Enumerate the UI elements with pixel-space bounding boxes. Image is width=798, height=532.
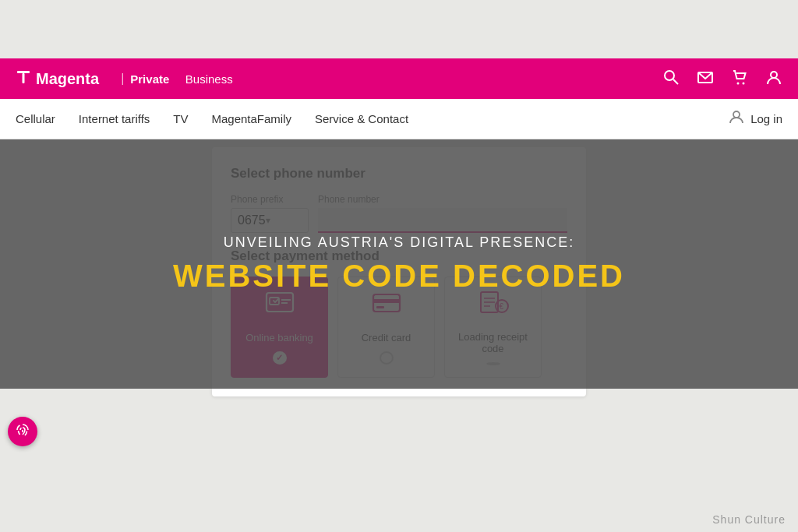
- t-logo-icon: [16, 69, 31, 89]
- nav-divider: |: [121, 72, 124, 86]
- bottom-area: Shun Culture: [0, 474, 798, 532]
- shun-culture-credit: Shun Culture: [712, 513, 786, 526]
- nav-link-service[interactable]: Service & Contact: [315, 112, 408, 125]
- svg-point-7: [771, 72, 777, 78]
- svg-point-8: [733, 111, 740, 118]
- cart-icon[interactable]: [731, 69, 748, 90]
- user-icon[interactable]: [765, 69, 782, 90]
- overlay-title: WEBSITE CODE DECODED: [173, 259, 625, 294]
- overlay-subtitle: UNVEILING AUSTRIA'S DIGITAL PRESENCE:: [224, 234, 575, 251]
- nav-type-divider: [175, 72, 178, 86]
- nav-link-tv[interactable]: TV: [173, 112, 188, 125]
- nav-business[interactable]: Business: [185, 72, 233, 86]
- overlay: UNVEILING AUSTRIA'S DIGITAL PRESENCE: WE…: [0, 139, 798, 389]
- logo-text: Magenta: [36, 70, 99, 88]
- nav-link-family[interactable]: MagentaFamily: [211, 112, 291, 125]
- top-bar: [0, 0, 798, 58]
- login-user-icon: [729, 109, 744, 129]
- svg-point-5: [737, 82, 740, 84]
- nav-link-internet[interactable]: Internet tariffs: [79, 112, 150, 125]
- navbar: Magenta | Private Business: [0, 58, 798, 99]
- login-label: Log in: [750, 112, 782, 125]
- mail-icon[interactable]: [697, 69, 714, 90]
- login-section[interactable]: Log in: [729, 109, 782, 129]
- svg-point-2: [665, 71, 674, 80]
- svg-point-6: [743, 82, 745, 84]
- nav-private[interactable]: Private: [130, 72, 169, 86]
- secondary-nav: Cellular Internet tariffs TV MagentaFami…: [0, 99, 798, 139]
- fingerprint-icon: [15, 422, 30, 442]
- svg-rect-0: [17, 71, 30, 73]
- search-icon[interactable]: [662, 69, 680, 90]
- logo[interactable]: Magenta: [16, 69, 99, 89]
- svg-rect-1: [23, 73, 25, 83]
- nav-link-cellular[interactable]: Cellular: [16, 112, 55, 125]
- fingerprint-button[interactable]: [8, 417, 37, 446]
- nav-links: Cellular Internet tariffs TV MagentaFami…: [16, 112, 408, 125]
- svg-line-3: [673, 79, 678, 84]
- nav-icons: [662, 69, 782, 90]
